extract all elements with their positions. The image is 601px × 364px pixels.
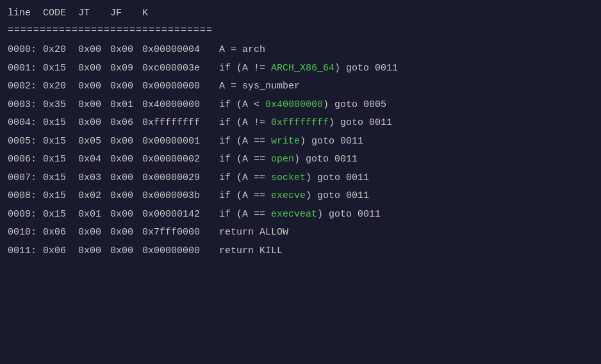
cell-line: 0005: bbox=[8, 135, 43, 149]
cell-jt: 0x04 bbox=[78, 153, 110, 167]
cell-k: 0x00000004 bbox=[142, 43, 219, 58]
header-line: line bbox=[8, 8, 43, 19]
cell-line: 0003: bbox=[8, 98, 43, 113]
desc-text: if (A == bbox=[219, 136, 271, 147]
cell-k: 0x00000029 bbox=[142, 171, 219, 186]
desc-highlight: 0x40000000 bbox=[265, 99, 323, 110]
desc-highlight: open bbox=[271, 154, 294, 165]
cell-jf: 0x06 bbox=[110, 116, 142, 131]
cell-line: 0007: bbox=[8, 171, 43, 186]
desc-highlight: execveat bbox=[271, 209, 317, 220]
cell-jt: 0x00 bbox=[78, 62, 110, 76]
cell-desc: A = sys_number bbox=[219, 79, 593, 94]
cell-k: 0x00000000 bbox=[142, 79, 219, 94]
desc-text: if (A == bbox=[219, 172, 271, 183]
cell-code: 0x35 bbox=[43, 98, 78, 113]
cell-line: 0011: bbox=[8, 244, 43, 259]
cell-jf: 0x00 bbox=[110, 244, 142, 259]
divider: ================================ bbox=[8, 22, 593, 38]
cell-desc: if (A == write) goto 0011 bbox=[219, 135, 593, 149]
cell-code: 0x15 bbox=[43, 62, 78, 76]
cell-code: 0x20 bbox=[43, 43, 78, 58]
cell-code: 0x06 bbox=[43, 244, 78, 259]
cell-k: 0xc000003e bbox=[142, 62, 219, 76]
cell-desc: if (A < 0x40000000) goto 0005 bbox=[219, 98, 593, 113]
table-row: 0006:0x150x040x000x00000002if (A == open… bbox=[8, 151, 593, 169]
cell-line: 0006: bbox=[8, 153, 43, 167]
cell-jf: 0x00 bbox=[110, 135, 142, 149]
cell-code: 0x06 bbox=[43, 226, 78, 240]
cell-desc: return ALLOW bbox=[219, 226, 593, 240]
cell-k: 0x00000001 bbox=[142, 135, 219, 149]
cell-jf: 0x00 bbox=[110, 79, 142, 94]
desc-text: ) goto 0011 bbox=[294, 154, 358, 165]
cell-jf: 0x01 bbox=[110, 98, 142, 113]
cell-jt: 0x00 bbox=[78, 244, 110, 259]
desc-text: ) goto 0011 bbox=[317, 209, 381, 220]
cell-jf: 0x00 bbox=[110, 43, 142, 58]
cell-jt: 0x00 bbox=[78, 98, 110, 113]
cell-line: 0004: bbox=[8, 116, 43, 131]
cell-desc: if (A == socket) goto 0011 bbox=[219, 171, 593, 186]
cell-line: 0001: bbox=[8, 62, 43, 76]
cell-desc: if (A == open) goto 0011 bbox=[219, 153, 593, 167]
cell-k: 0x00000002 bbox=[142, 153, 219, 167]
header-jf: JF bbox=[110, 8, 142, 19]
cell-desc: return KILL bbox=[219, 244, 593, 259]
desc-text: if (A == bbox=[219, 154, 271, 165]
cell-line: 0009: bbox=[8, 208, 43, 222]
table-row: 0003:0x350x000x010x40000000if (A < 0x400… bbox=[8, 96, 593, 115]
cell-k: 0x40000000 bbox=[142, 98, 219, 113]
cell-jt: 0x00 bbox=[78, 226, 110, 240]
cell-desc: if (A != 0xffffffff) goto 0011 bbox=[219, 116, 593, 131]
desc-text: ) goto 0005 bbox=[323, 99, 386, 110]
cell-desc: A = arch bbox=[219, 43, 593, 58]
table-row: 0001:0x150x000x090xc000003eif (A != ARCH… bbox=[8, 60, 593, 78]
header-jt: JT bbox=[78, 8, 110, 19]
desc-text: ) goto 0011 bbox=[306, 190, 369, 201]
header-k: K bbox=[142, 8, 219, 19]
desc-text: if (A == bbox=[219, 190, 271, 201]
terminal: line CODE JT JF K ======================… bbox=[0, 0, 601, 364]
table-row: 0005:0x150x050x000x00000001if (A == writ… bbox=[8, 133, 593, 151]
cell-desc: if (A == execveat) goto 0011 bbox=[219, 208, 593, 222]
table-row: 0009:0x150x010x000x00000142if (A == exec… bbox=[8, 206, 593, 224]
cell-code: 0x15 bbox=[43, 135, 78, 149]
cell-jf: 0x00 bbox=[110, 226, 142, 240]
cell-jt: 0x03 bbox=[78, 171, 110, 186]
desc-text: if (A == bbox=[219, 209, 271, 220]
cell-line: 0000: bbox=[8, 43, 43, 58]
cell-k: 0x0000003b bbox=[142, 189, 219, 204]
desc-highlight: write bbox=[271, 136, 300, 147]
desc-text: ) goto 0011 bbox=[329, 117, 392, 128]
cell-desc: if (A == execve) goto 0011 bbox=[219, 189, 593, 204]
table-row: 0010:0x060x000x000x7fff0000return ALLOW bbox=[8, 224, 593, 242]
cell-k: 0xffffffff bbox=[142, 116, 219, 131]
cell-code: 0x15 bbox=[43, 153, 78, 167]
cell-jf: 0x00 bbox=[110, 153, 142, 167]
desc-text: ) goto 0011 bbox=[300, 136, 363, 147]
cell-desc: if (A != ARCH_X86_64) goto 0011 bbox=[219, 62, 593, 76]
desc-text: ) goto 0011 bbox=[334, 63, 398, 74]
cell-code: 0x20 bbox=[43, 79, 78, 94]
cell-line: 0002: bbox=[8, 79, 43, 94]
cell-line: 0010: bbox=[8, 226, 43, 240]
code-table: 0000:0x200x000x000x00000004A = arch0001:… bbox=[8, 41, 593, 260]
cell-code: 0x15 bbox=[43, 171, 78, 186]
desc-text: if (A != bbox=[219, 63, 271, 74]
cell-k: 0x7fff0000 bbox=[142, 226, 219, 240]
cell-code: 0x15 bbox=[43, 189, 78, 204]
desc-highlight: socket bbox=[271, 172, 306, 183]
desc-text: if (A < bbox=[219, 99, 265, 110]
cell-jf: 0x00 bbox=[110, 208, 142, 222]
cell-code: 0x15 bbox=[43, 116, 78, 131]
cell-jf: 0x00 bbox=[110, 189, 142, 204]
desc-highlight: execve bbox=[271, 190, 306, 201]
table-row: 0007:0x150x030x000x00000029if (A == sock… bbox=[8, 169, 593, 188]
table-row: 0002:0x200x000x000x00000000A = sys_numbe… bbox=[8, 78, 593, 96]
desc-text: ) goto 0011 bbox=[306, 172, 369, 183]
cell-line: 0008: bbox=[8, 189, 43, 204]
cell-k: 0x00000000 bbox=[142, 244, 219, 259]
cell-jt: 0x00 bbox=[78, 116, 110, 131]
cell-jt: 0x00 bbox=[78, 79, 110, 94]
